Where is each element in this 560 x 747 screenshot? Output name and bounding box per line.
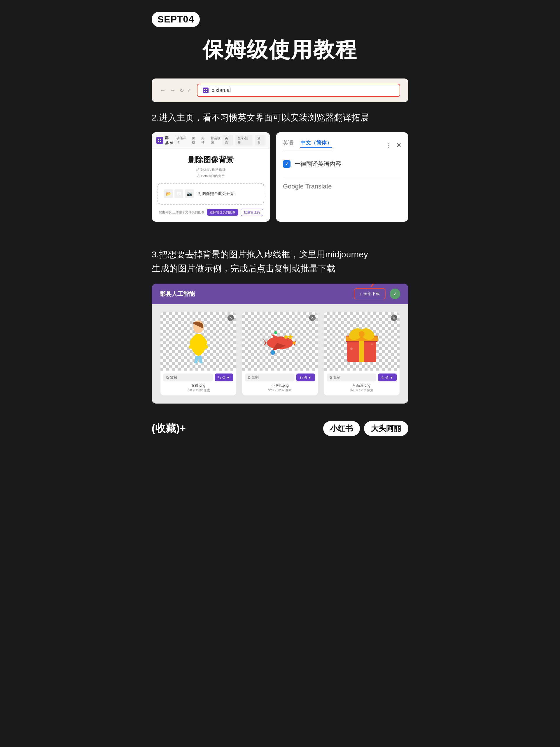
lang-btn[interactable]: 英语 [222,135,233,146]
svg-point-5 [293,341,295,344]
page-footer: (收藏)+ 小红书 大头阿丽 [152,415,408,436]
svg-point-18 [371,343,373,345]
app-screenshot: 郡县人工智能 ↓ 全部下载 ✓ ✕ [152,284,408,404]
image-actions-1: ⧉ 复制 行动 ▼ [160,370,236,383]
footer-btn1[interactable]: 选择管理员的图像 [207,209,238,216]
download-label: 全部下载 [364,291,380,297]
image-preview-1: ✕ [160,312,236,370]
copy-icon-1: ⧉ [166,376,169,380]
nav-item-1[interactable]: 功能详情 [177,136,188,145]
image-card-1: ✕ ⧉ 复制 行动 [160,312,236,395]
plan-btn[interactable]: 查看 [255,135,265,146]
nav-item-4[interactable]: 郡县联盟 [211,136,223,145]
tab-english[interactable]: 英语 [283,139,293,148]
girl-figure [181,318,216,365]
filesize-3: 928 × 1232 像素 [327,388,397,392]
translate-option-row: ✓ 一律翻译英语内容 [283,157,401,171]
action-btn-3[interactable]: 行动 ▼ [378,374,397,381]
copy-icon-2: ⧉ [248,376,250,380]
more-options-icon[interactable]: ⋮ [385,141,392,149]
images-grid: ✕ ⧉ 复制 行动 [152,304,408,404]
logo-icon [156,137,163,144]
checkbox-checked[interactable]: ✓ [283,160,291,168]
filename-2: 小飞机.png [245,383,315,388]
close-btn-3[interactable]: ✕ [391,314,397,321]
image-actions-3: ⧉ 复制 行动 ▼ [324,370,400,383]
platform-xiaohongshu[interactable]: 小红书 [323,421,360,436]
website-footer-bar: 您也可以 上传整个文件夹的图像 选择管理员的图像 批量管理员 [158,209,264,216]
image-actions-2: ⧉ 复制 行动 ▼ [242,370,318,383]
logo-text: 郡县.AI [165,135,177,146]
download-icon: ↓ [359,291,362,296]
url-text: pixian.ai [211,87,231,93]
image-info-3: 礼品盒.png 928 × 1232 像素 [324,383,400,395]
image-card-3: ✕ [324,312,400,395]
back-icon[interactable]: ← [160,87,166,94]
close-btn-1[interactable]: ✕ [228,314,234,321]
close-btn-2[interactable]: ✕ [309,314,316,321]
google-translate-branding: Google Translate [283,178,401,190]
filename-3: 礼品盒.png [327,383,397,388]
upload-icon-png: 🖼 [175,189,183,198]
check-btn[interactable]: ✓ [390,289,400,299]
close-icon[interactable]: ✕ [396,141,401,149]
website-nav: 功能详情 价格 支持 郡县联盟 [177,136,223,145]
browser-address-bar: ← → ↻ ⌂ pixian.ai [152,78,408,102]
website-subtitle: 品质优良. 价格低廉 [158,167,264,172]
footer-btn2[interactable]: 批量管理员 [241,209,263,216]
app-header: 郡县人工智能 ↓ 全部下载 ✓ [152,284,408,304]
dropdown-icon-3: ▼ [390,376,393,380]
panels-row: 郡县.AI 功能详情 价格 支持 郡县联盟 英语 登录/注册 查看 删除图像背景… [152,132,408,222]
arrow-pointer-icon [368,284,385,290]
upload-zone[interactable]: 📂 🖼 📷 将图像拖至此处开始 [158,183,264,205]
action-btn-2[interactable]: 行动 ▼ [296,374,315,381]
gift-figure [343,319,381,363]
sept-badge: SEPT04 [152,12,200,27]
copy-btn-2[interactable]: ⧉ 复制 [245,374,295,381]
svg-point-17 [350,347,353,350]
website-body: 删除图像背景 品质优良. 价格低廉 在 Beta 期间内免费 📂 🖼 📷 将图像… [152,149,270,222]
upload-icon-gif: 📂 [164,189,173,198]
website-panel: 郡县.AI 功能详情 价格 支持 郡县联盟 英语 登录/注册 查看 删除图像背景… [152,132,270,222]
option-text: 一律翻译英语内容 [295,160,341,168]
upload-text: 将图像拖至此处开始 [198,191,235,197]
dropdown-icon-2: ▼ [308,376,312,380]
translate-tabs: 英语 中文（简体） [283,139,332,151]
checkmark-icon: ✓ [285,161,289,166]
footer-text: 您也可以 上传整个文件夹的图像 [159,210,205,214]
svg-point-8 [270,350,275,355]
site-favicon [203,87,209,93]
copy-icon-3: ⧉ [329,376,332,380]
filesize-1: 928 × 1232 像素 [163,388,233,392]
translate-header: 英语 中文（简体） ⋮ ✕ [283,139,401,151]
image-info-1: 女孩.png 928 × 1232 像素 [160,383,236,395]
image-info-2: 小飞机.png 928 × 1232 像素 [242,383,318,395]
reload-icon[interactable]: ↻ [180,87,184,94]
step3-text: 3.把想要去掉背景的图片拖入虚线框，这里用midjourney 生成的图片做示例… [152,233,408,276]
copy-btn-1[interactable]: ⧉ 复制 [163,374,213,381]
svg-point-16 [359,331,365,337]
download-all-btn[interactable]: ↓ 全部下载 [354,288,385,300]
collect-text: (收藏)+ [152,421,186,436]
home-icon[interactable]: ⌂ [188,87,192,94]
address-input[interactable]: pixian.ai [197,84,400,97]
copy-btn-3[interactable]: ⧉ 复制 [327,374,376,381]
platform-datou[interactable]: 大头阿丽 [364,421,408,436]
website-header: 郡县.AI 功能详情 价格 支持 郡县联盟 英语 登录/注册 查看 [152,132,270,149]
browser-nav: ← → ↻ ⌂ [160,87,192,94]
forward-icon[interactable]: → [170,87,176,94]
filesize-2: 928 × 1232 像素 [245,388,315,392]
website-logo-area: 郡县.AI [156,135,177,146]
login-btn[interactable]: 登录/注册 [235,135,252,146]
nav-item-3[interactable]: 支持 [201,136,207,145]
svg-point-6 [284,335,288,339]
translate-actions: ⋮ ✕ [385,141,401,149]
website-beta: 在 Beta 期间内免费 [158,174,264,178]
filename-1: 女孩.png [163,383,233,388]
action-btn-1[interactable]: 行动 ▼ [215,374,233,381]
image-card-2: ✕ [242,312,318,395]
tab-chinese[interactable]: 中文（简体） [300,139,332,148]
nav-item-2[interactable]: 价格 [192,136,198,145]
airplane-figure [260,321,300,362]
step2-text: 2.进入主页，看不习惯英文界面可以安装浏览器翻译拓展 [152,111,408,124]
